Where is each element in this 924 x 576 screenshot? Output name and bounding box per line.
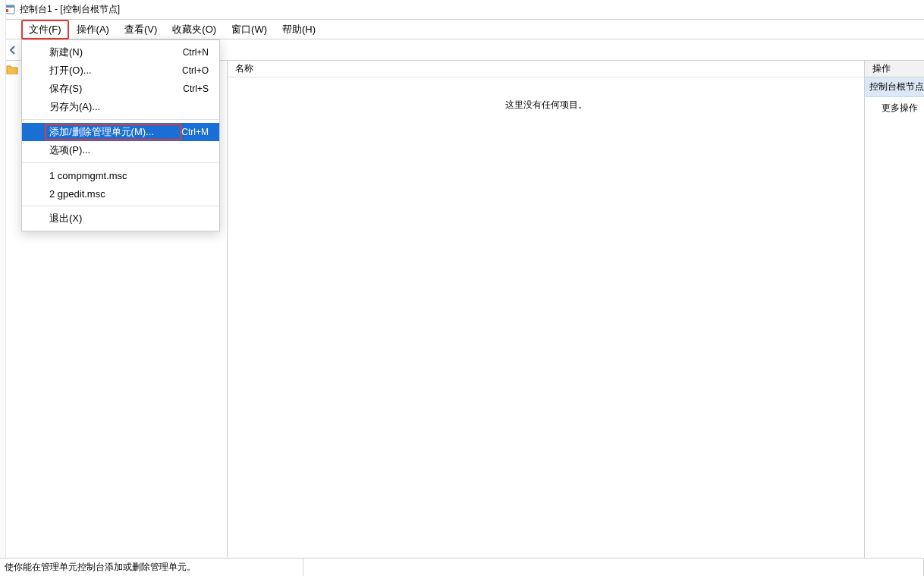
file-menu-new[interactable]: 新建(N) Ctrl+N	[22, 43, 219, 61]
menu-separator	[22, 162, 219, 163]
file-menu-recent-1[interactable]: 1 compmgmt.msc	[22, 166, 219, 184]
file-menu-add-remove-snapin-shortcut: Ctrl+M	[181, 127, 209, 137]
status-bar: 使你能在管理单元控制台添加或删除管理单元。	[0, 558, 924, 576]
file-menu-recent-1-label: 1 compmgmt.msc	[49, 170, 127, 181]
file-menu-exit[interactable]: 退出(X)	[22, 209, 219, 228]
file-menu-options[interactable]: 选项(P)...	[22, 141, 219, 159]
file-menu-open[interactable]: 打开(O)... Ctrl+O	[22, 61, 219, 80]
file-menu-dropdown: 新建(N) Ctrl+N 打开(O)... Ctrl+O 保存(S) Ctrl+…	[21, 39, 220, 231]
actions-pane: 操作 控制台根节点 更多操作	[865, 61, 924, 558]
back-button[interactable]	[5, 42, 21, 58]
file-menu-exit-label: 退出(X)	[49, 212, 82, 225]
file-menu-open-shortcut: Ctrl+O	[182, 65, 209, 76]
file-menu-new-label: 新建(N)	[49, 46, 83, 59]
menu-bar: 文件(F) 操作(A) 查看(V) 收藏夹(O) 窗口(W) 帮助(H)	[0, 20, 924, 39]
file-menu-options-label: 选项(P)...	[49, 143, 90, 157]
file-menu-save-label: 保存(S)	[49, 82, 82, 96]
file-menu-save-shortcut: Ctrl+S	[183, 83, 209, 94]
actions-pane-more[interactable]: 更多操作	[865, 97, 924, 118]
menu-window[interactable]: 窗口(W)	[224, 20, 275, 39]
console-root-folder-icon[interactable]	[6, 64, 18, 74]
file-menu-recent-2-label: 2 gpedit.msc	[49, 188, 105, 200]
actions-pane-header: 操作	[865, 61, 924, 77]
menu-help[interactable]: 帮助(H)	[275, 20, 323, 39]
empty-list-message: 这里没有任何项目。	[228, 99, 864, 112]
menu-view[interactable]: 查看(V)	[117, 20, 165, 39]
file-menu-saveas[interactable]: 另存为(A)...	[22, 98, 219, 116]
file-menu-recent-2[interactable]: 2 gpedit.msc	[22, 184, 219, 203]
column-header-name[interactable]: 名称	[228, 61, 864, 77]
file-menu-new-shortcut: Ctrl+N	[183, 47, 209, 58]
title-bar: 控制台1 - [控制台根节点]	[0, 0, 924, 20]
file-menu-add-remove-snapin[interactable]: 添加/删除管理单元(M)... Ctrl+M	[22, 123, 219, 141]
menu-separator	[22, 206, 219, 206]
file-menu-open-label: 打开(O)...	[49, 64, 92, 77]
menu-file[interactable]: 文件(F)	[21, 20, 69, 39]
window-title: 控制台1 - [控制台根节点]	[20, 3, 120, 16]
file-menu-add-remove-snapin-label: 添加/删除管理单元(M)...	[49, 125, 154, 139]
menu-separator	[22, 119, 219, 120]
status-text: 使你能在管理单元控制台添加或删除管理单元。	[5, 559, 303, 576]
menu-favorites[interactable]: 收藏夹(O)	[165, 20, 224, 39]
file-menu-save[interactable]: 保存(S) Ctrl+S	[22, 80, 219, 98]
actions-pane-node[interactable]: 控制台根节点	[865, 77, 924, 97]
menu-action[interactable]: 操作(A)	[69, 20, 117, 39]
status-segment-2	[303, 559, 924, 576]
list-pane: 名称 这里没有任何项目。	[228, 61, 865, 558]
file-menu-saveas-label: 另存为(A)...	[49, 100, 100, 114]
